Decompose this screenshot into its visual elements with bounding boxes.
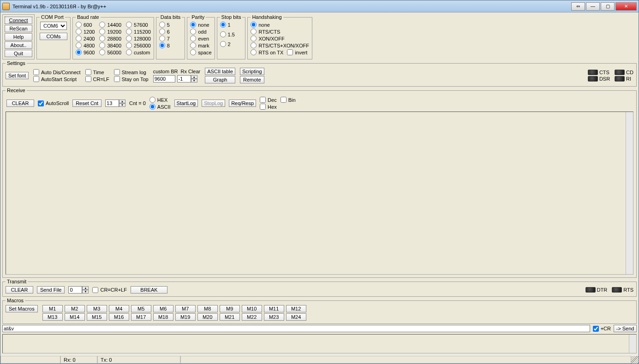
bin-check[interactable]: Bin	[281, 97, 296, 103]
maximize-button[interactable]: ▢	[601, 2, 615, 11]
plus-cr-check[interactable]: +CR	[593, 326, 611, 332]
streamlog-check[interactable]: Stream log	[114, 69, 149, 75]
autostart-script-check[interactable]: AutoStart Script	[33, 76, 81, 82]
titlebar[interactable]: Terminal v1.9b - 20130116Я - by Br@y++ ⇔…	[0, 0, 639, 12]
dec-check[interactable]: Dec	[260, 97, 277, 103]
macro-m23[interactable]: M23	[264, 313, 284, 321]
cnt-spinner[interactable]: ▲▼	[105, 100, 125, 107]
set-font-button[interactable]: Set font	[6, 72, 29, 79]
receive-textarea[interactable]	[6, 112, 633, 275]
macro-m15[interactable]: M15	[87, 313, 107, 321]
about-button[interactable]: About..	[5, 41, 32, 49]
scrollbar[interactable]	[629, 335, 636, 353]
baud-14400[interactable]: 14400	[99, 22, 121, 28]
rx-clear-button[interactable]: CLEAR	[6, 100, 34, 107]
macro-m14[interactable]: M14	[65, 313, 85, 321]
macro-m17[interactable]: M17	[131, 313, 151, 321]
macro-m20[interactable]: M20	[197, 313, 218, 321]
tx-clear-button[interactable]: CLEAR	[6, 286, 33, 294]
macro-m24[interactable]: M24	[286, 313, 306, 321]
handshake-4[interactable]: RTS on TX	[251, 49, 283, 55]
help-button[interactable]: Help	[5, 33, 32, 41]
rx-ascii-radio[interactable]: ASCII	[149, 104, 171, 110]
auto-disconnect-check[interactable]: Auto Dis/Connect	[33, 69, 81, 75]
databits-8[interactable]: 8	[159, 42, 182, 48]
databits-6[interactable]: 6	[159, 29, 182, 35]
baud-9600[interactable]: 9600	[76, 49, 95, 55]
baud-57600[interactable]: 57600	[126, 22, 151, 28]
reset-cnt-button[interactable]: Reset Cnt	[72, 100, 102, 107]
log-textarea[interactable]	[2, 334, 637, 353]
coms-button[interactable]: COMs	[40, 33, 67, 40]
macro-m10[interactable]: M10	[242, 305, 262, 312]
rx-clear-spinner[interactable]: ▲▼	[177, 75, 197, 82]
baud-4800[interactable]: 4800	[76, 42, 95, 48]
reqresp-button[interactable]: Req/Resp	[229, 100, 256, 107]
handshake-2[interactable]: XON/XOFF	[251, 35, 284, 41]
invert-check[interactable]: invert	[287, 49, 307, 55]
crlf-check[interactable]: CR=LF	[85, 76, 109, 82]
baud-600[interactable]: 600	[76, 22, 95, 28]
rescan-button[interactable]: ReScan	[5, 25, 32, 32]
time-check[interactable]: Time	[85, 69, 109, 75]
baud-2400[interactable]: 2400	[76, 35, 95, 41]
handshake-0[interactable]: none	[251, 22, 269, 28]
stoplog-button[interactable]: StopLog	[202, 100, 225, 107]
macro-m7[interactable]: M7	[175, 305, 196, 312]
baud-38400[interactable]: 38400	[99, 42, 121, 48]
quit-button[interactable]: Quit	[5, 50, 32, 57]
parity-odd[interactable]: odd	[190, 29, 211, 35]
parity-mark[interactable]: mark	[190, 42, 211, 48]
rts-indicator[interactable]: RTS	[612, 287, 633, 293]
command-input[interactable]	[2, 325, 590, 332]
parity-space[interactable]: space	[190, 49, 211, 55]
baud-56000[interactable]: 56000	[99, 49, 121, 55]
ascii-table-button[interactable]: ASCII table	[205, 68, 235, 75]
startlog-button[interactable]: StartLog	[174, 100, 198, 107]
com-port-select[interactable]: COM6	[40, 22, 67, 30]
autoscroll-check[interactable]: AutoScroll	[38, 100, 69, 106]
macro-m22[interactable]: M22	[242, 313, 262, 321]
stopbits-15[interactable]: 1.5	[220, 31, 243, 37]
macro-m12[interactable]: M12	[286, 305, 306, 312]
baud-115200[interactable]: 115200	[126, 29, 151, 35]
parity-none[interactable]: none	[190, 22, 211, 28]
databits-5[interactable]: 5	[159, 22, 182, 28]
macro-m4[interactable]: M4	[109, 305, 129, 312]
custom-br-input[interactable]	[153, 75, 175, 82]
macro-m13[interactable]: M13	[42, 313, 63, 321]
minimize-button[interactable]: —	[586, 2, 600, 11]
remote-button[interactable]: Remote	[240, 76, 264, 83]
stopbits-2[interactable]: 2	[220, 41, 243, 47]
baud-custom[interactable]: custom	[126, 49, 151, 55]
scrollbar[interactable]	[626, 112, 633, 274]
resize-grip-icon[interactable]	[631, 356, 639, 364]
scripting-button[interactable]: Scripting	[240, 68, 264, 75]
macro-m21[interactable]: M21	[220, 313, 240, 321]
crcrlf-check[interactable]: CR=CR+LF	[92, 287, 126, 293]
help-arrow-button[interactable]: ⇔	[571, 2, 585, 11]
macro-m19[interactable]: M19	[175, 313, 196, 321]
macro-m11[interactable]: M11	[264, 305, 284, 312]
macro-m2[interactable]: M2	[65, 305, 85, 312]
macro-m9[interactable]: M9	[220, 305, 240, 312]
graph-button[interactable]: Graph	[205, 76, 235, 83]
set-macros-button[interactable]: Set Macros	[6, 305, 38, 312]
macro-m5[interactable]: M5	[131, 305, 151, 312]
tx-spinner[interactable]: ▲▼	[68, 286, 89, 294]
stayontop-check[interactable]: Stay on Top	[114, 76, 149, 82]
send-button[interactable]: -> Send	[614, 325, 637, 332]
hex-check[interactable]: Hex	[260, 104, 295, 110]
close-button[interactable]: ✕	[615, 2, 637, 11]
baud-28800[interactable]: 28800	[99, 35, 121, 41]
stopbits-1[interactable]: 1	[220, 22, 243, 28]
connect-button[interactable]: Connect	[5, 17, 32, 24]
handshake-1[interactable]: RTS/CTS	[251, 29, 280, 35]
handshake-3[interactable]: RTS/CTS+XON/XOFF	[251, 42, 309, 48]
baud-128000[interactable]: 128000	[126, 35, 151, 41]
databits-7[interactable]: 7	[159, 35, 182, 41]
rx-hex-radio[interactable]: HEX	[149, 97, 171, 103]
macro-m3[interactable]: M3	[87, 305, 107, 312]
baud-19200[interactable]: 19200	[99, 29, 121, 35]
macro-m18[interactable]: M18	[153, 313, 173, 321]
